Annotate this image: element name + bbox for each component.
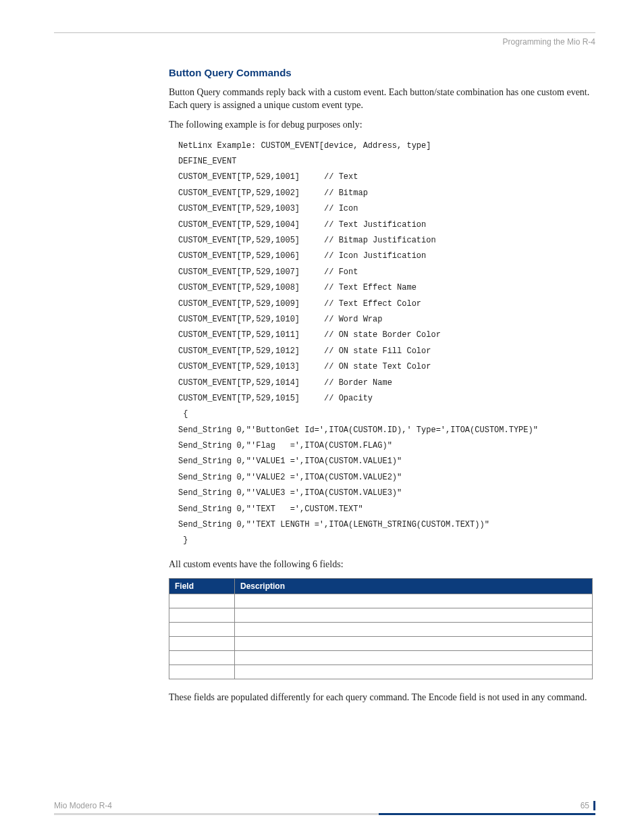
section-title: Button Query Commands (169, 67, 593, 78)
code-block: NetLinx Example: CUSTOM_EVENT[device, Ad… (178, 138, 593, 549)
breadcrumb: Programming the Mio R-4 (54, 37, 595, 47)
after-code-paragraph: All custom events have the following 6 f… (169, 558, 593, 571)
th-field: Field (169, 578, 235, 594)
footer-page-number: 65 (581, 801, 595, 810)
footer-doc-title: Mio Modero R-4 (54, 801, 112, 810)
td-description (235, 664, 593, 679)
td-field (169, 650, 235, 664)
table-row (169, 594, 593, 608)
td-description (235, 650, 593, 664)
table-row (169, 622, 593, 636)
td-field (169, 636, 235, 650)
th-description: Description (235, 578, 593, 594)
example-lead: The following example is for debug purpo… (169, 119, 593, 132)
table-row (169, 650, 593, 664)
header-rule (54, 32, 595, 33)
table-header-row: Field Description (169, 578, 593, 594)
footer-rule (54, 813, 595, 815)
td-description (235, 594, 593, 608)
td-description (235, 622, 593, 636)
fields-table: Field Description (169, 578, 593, 679)
page: Programming the Mio R-4 Button Query Com… (0, 0, 644, 834)
closing-paragraph: These fields are populated differently f… (169, 692, 593, 704)
td-field (169, 664, 235, 679)
table-row (169, 664, 593, 679)
td-description (235, 608, 593, 622)
intro-paragraph: Button Query commands reply back with a … (169, 86, 593, 112)
td-field (169, 622, 235, 636)
table-row (169, 636, 593, 650)
footer: Mio Modero R-4 65 (54, 801, 595, 815)
content-area: Button Query Commands Button Query comma… (169, 67, 593, 704)
td-field (169, 608, 235, 622)
td-field (169, 594, 235, 608)
td-description (235, 636, 593, 650)
table-row (169, 608, 593, 622)
